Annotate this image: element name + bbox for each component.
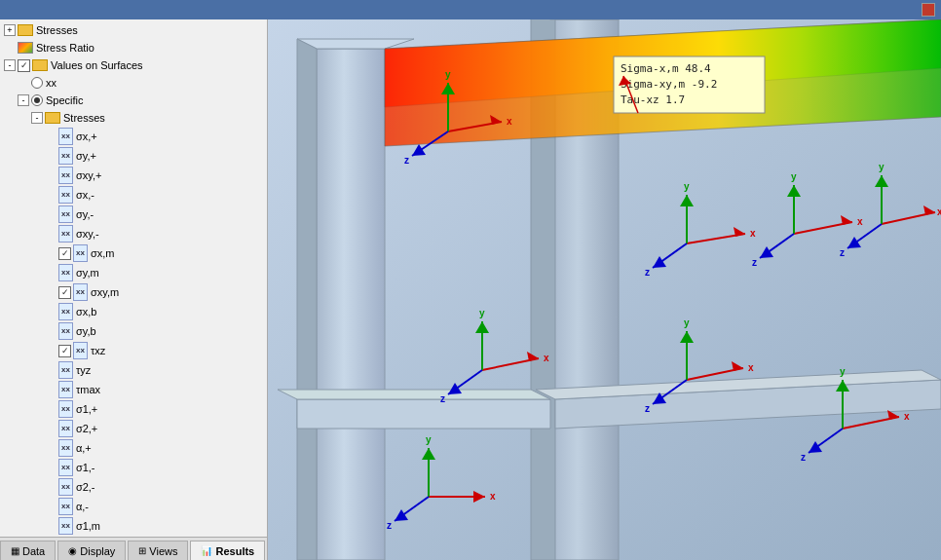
- checkbox-values-on-surfaces[interactable]: [18, 59, 30, 72]
- svg-text:x: x: [748, 362, 754, 373]
- expand-btn-stresses-root[interactable]: +: [4, 24, 16, 36]
- left-panel: +StressesStress Ratio-Values on Surfaces…: [0, 19, 268, 560]
- tree-label-sx-plus: σx,+: [76, 129, 97, 144]
- xx-icon-sx-minus: xx: [58, 186, 73, 204]
- tree-label-a-minus: α,-: [76, 499, 89, 514]
- tree-label-sxy-minus: σxy,-: [76, 226, 99, 242]
- tree-item-radio-xx[interactable]: xx: [0, 74, 267, 92]
- xx-icon-sxb: xx: [58, 303, 73, 320]
- xx-icon-sxym: xx: [73, 283, 88, 301]
- checkbox-txz[interactable]: [58, 345, 71, 357]
- tree-item-sy-minus[interactable]: xxσy,-: [0, 205, 267, 224]
- content-area: +StressesStress Ratio-Values on Surfaces…: [0, 19, 941, 560]
- xx-icon-sy-plus: xx: [58, 147, 73, 165]
- svg-text:z: z: [645, 403, 650, 414]
- xx-icon-tmax: xx: [58, 381, 73, 398]
- checkbox-sxym[interactable]: [58, 286, 71, 299]
- tree-item-sxy-minus[interactable]: xxσxy,-: [0, 224, 267, 243]
- xx-icon-sxy-plus: xx: [58, 167, 73, 184]
- xx-icon-a-plus: xx: [58, 439, 73, 457]
- tree-item-sx-minus[interactable]: xxσx,-: [0, 185, 267, 205]
- tree-item-s2-minus[interactable]: xxσ2,-: [0, 477, 267, 497]
- tree-item-a-plus[interactable]: xxα,+: [0, 438, 267, 458]
- tree-item-syb[interactable]: xxσy,b: [0, 321, 267, 341]
- tree-item-sxm[interactable]: xxσx,m: [0, 243, 267, 263]
- xx-icon-s1-minus: xx: [58, 459, 73, 476]
- radio-specific[interactable]: [31, 94, 43, 106]
- svg-marker-7: [297, 399, 550, 429]
- tree-item-stresses-root[interactable]: +Stresses: [0, 21, 267, 39]
- expand-btn-values-on-surfaces[interactable]: -: [4, 59, 16, 71]
- tree-label-s2-plus: σ2,+: [76, 421, 97, 436]
- xx-icon-sxm: xx: [73, 244, 88, 262]
- svg-text:y: y: [879, 162, 885, 172]
- tree-item-s1m[interactable]: xxσ1,m: [0, 516, 267, 536]
- svg-text:z: z: [801, 452, 806, 463]
- tree-item-sxb[interactable]: xxσx,b: [0, 302, 267, 321]
- tree-label-sx-minus: σx,-: [76, 187, 94, 203]
- radio-radio-xx[interactable]: [31, 77, 43, 89]
- svg-text:Sigma-x,m  48.4: Sigma-x,m 48.4: [621, 62, 711, 75]
- tab-icon-data: ▦: [11, 545, 19, 556]
- tree-label-s1-minus: σ1,-: [76, 460, 95, 475]
- tree-item-tmax[interactable]: xxτmax: [0, 380, 267, 399]
- tree-item-a-minus[interactable]: xxα,-: [0, 497, 267, 516]
- svg-text:x: x: [857, 216, 863, 227]
- expand-btn-stresses-sub[interactable]: -: [31, 112, 43, 124]
- tree-label-stress-ratio: Stress Ratio: [36, 40, 94, 56]
- bottom-tabs: ▦Data◉Display⊞Views📊Results: [0, 537, 267, 560]
- tree-item-s1-plus[interactable]: xxσ1,+: [0, 399, 267, 419]
- tree-item-stress-ratio[interactable]: Stress Ratio: [0, 39, 267, 56]
- svg-text:x: x: [904, 411, 910, 422]
- tree-label-s2-minus: σ2,-: [76, 479, 95, 495]
- tree-item-sxy-plus[interactable]: xxσxy,+: [0, 166, 267, 185]
- xx-icon-sxy-minus: xx: [58, 225, 73, 243]
- tree-label-sxb: σx,b: [76, 304, 96, 319]
- tree-item-sym[interactable]: xxσy,m: [0, 263, 267, 282]
- xx-icon-tyz: xx: [58, 361, 73, 379]
- svg-text:x: x: [937, 206, 941, 217]
- tab-views[interactable]: ⊞Views: [128, 541, 188, 560]
- svg-marker-8: [278, 390, 550, 399]
- checkbox-sxm[interactable]: [58, 247, 71, 260]
- tab-data[interactable]: ▦Data: [0, 541, 56, 560]
- close-button[interactable]: [922, 3, 935, 17]
- tab-results[interactable]: 📊Results: [190, 541, 265, 560]
- tree-item-s2-plus[interactable]: xxσ2,+: [0, 419, 267, 438]
- tab-icon-views: ⊞: [138, 545, 146, 556]
- tree-item-sy-plus[interactable]: xxσy,+: [0, 146, 267, 166]
- folder-icon-stresses-root: [18, 24, 33, 36]
- tree-item-values-on-surfaces[interactable]: -Values on Surfaces: [0, 56, 267, 74]
- viewport: x y z x y z x y: [268, 19, 941, 560]
- xx-icon-s2-minus: xx: [58, 478, 73, 496]
- tree-item-tyz[interactable]: xxτyz: [0, 360, 267, 380]
- folder-icon-stresses-sub: [45, 112, 60, 124]
- xx-icon-s2-plus: xx: [58, 420, 73, 437]
- folder-icon-values-on-surfaces: [32, 59, 48, 71]
- svg-text:y: y: [684, 317, 690, 328]
- tree-area[interactable]: +StressesStress Ratio-Values on Surfaces…: [0, 19, 267, 537]
- svg-marker-3: [297, 39, 317, 560]
- expand-btn-specific[interactable]: -: [18, 94, 29, 106]
- tree-label-sy-minus: σy,-: [76, 206, 94, 222]
- xx-icon-sy-minus: xx: [58, 205, 73, 223]
- tree-item-sxym[interactable]: xxσxy,m: [0, 282, 267, 302]
- tree-item-stresses-sub[interactable]: -Stresses: [0, 109, 267, 127]
- title-bar: [0, 0, 941, 19]
- tab-display[interactable]: ◉Display: [57, 541, 126, 560]
- svg-text:x: x: [544, 353, 549, 363]
- tree-label-radio-xx: xx: [46, 75, 56, 91]
- tree-label-stresses-sub: Stresses: [63, 110, 105, 126]
- tree-item-sx-plus[interactable]: xxσx,+: [0, 127, 267, 146]
- tree-item-s1-minus[interactable]: xxσ1,-: [0, 458, 267, 477]
- tab-label-data: Data: [22, 545, 45, 557]
- main-container: +StressesStress Ratio-Values on Surfaces…: [0, 0, 941, 560]
- svg-text:z: z: [752, 257, 757, 268]
- xx-icon-sym: xx: [58, 264, 73, 281]
- tab-label-display: Display: [80, 545, 115, 557]
- scene-svg: x y z x y z x y: [268, 19, 941, 560]
- tree-item-specific[interactable]: -Specific: [0, 92, 267, 109]
- svg-text:z: z: [840, 247, 845, 258]
- tree-item-txz[interactable]: xxτxz: [0, 341, 267, 360]
- svg-text:y: y: [791, 171, 797, 182]
